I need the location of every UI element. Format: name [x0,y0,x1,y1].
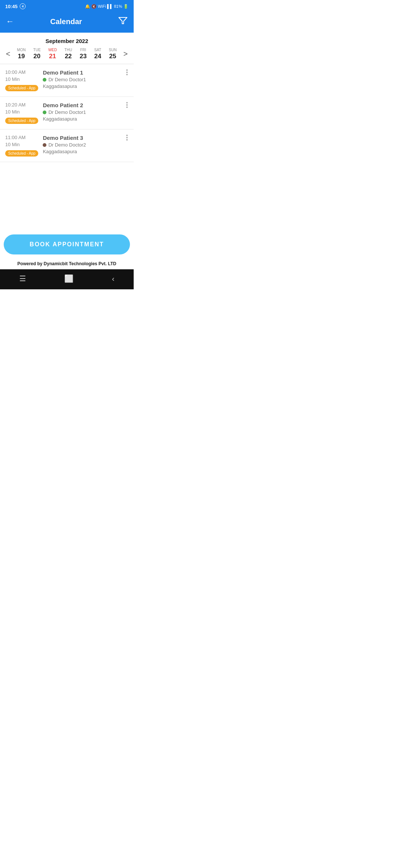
appt-patient-name: Demo Patient 2 [43,102,120,108]
appt-patient-name: Demo Patient 1 [43,69,120,76]
wifi-icon: WiFi [98,4,106,9]
week-days: MON19TUE20WED21THU22FRI23SAT24SUN25 [13,48,121,60]
menu-dot [126,135,128,136]
day-name: THU [65,48,72,52]
day-item-20[interactable]: TUE20 [33,48,41,60]
next-week-button[interactable]: > [120,48,131,60]
appointments-list: 10:00 AM10 MinScheduled - AppDemo Patien… [0,64,134,230]
doctor-status-dot [43,143,46,147]
status-icons: 🔔 🔇 WiFi ▌▌ 81% 🔋 [85,4,128,9]
day-name: MON [17,48,26,52]
page-title: Calendar [50,17,82,26]
appt-time: 10:00 AM [5,69,38,75]
day-item-22[interactable]: THU22 [65,48,72,60]
appt-time-block: 10:00 AM10 MinScheduled - App [5,69,38,91]
appt-time: 10:20 AM [5,102,38,108]
appointment-row[interactable]: 11:00 AM10 MinScheduled - AppDemo Patien… [0,129,134,162]
day-name: SAT [94,48,101,52]
day-item-24[interactable]: SAT24 [94,48,101,60]
appt-options-menu[interactable] [125,69,129,75]
appt-time: 11:00 AM [5,135,38,140]
menu-dot [126,137,128,138]
appt-location: Kaggadasapura [43,149,120,154]
signal-icon: ▌▌ [107,4,113,9]
day-number: 24 [94,53,101,60]
appt-info: Demo Patient 1Dr Demo Doctor1Kaggadasapu… [43,69,120,89]
appt-time-block: 11:00 AM10 MinScheduled - App [5,135,38,157]
doctor-status-dot [43,78,46,82]
notification-badge: 4 [20,3,26,9]
appointment-row[interactable]: 10:20 AM10 MinScheduled - AppDemo Patien… [0,97,134,129]
appt-doctor-row: Dr Demo Doctor1 [43,77,120,82]
footer-text: Powered by Dynamicbit Technologies Pvt. … [0,259,134,269]
appt-options-menu[interactable] [125,102,129,108]
prev-week-button[interactable]: < [3,48,13,60]
appt-status-badge: Scheduled - App [5,85,38,91]
status-bar: 10:45 4 🔔 🔇 WiFi ▌▌ 81% 🔋 [0,0,134,12]
alarm-icon: 🔔 [85,4,90,9]
day-number: 20 [33,53,40,60]
day-number: 21 [49,53,56,60]
back-button[interactable]: ← [6,17,14,26]
appt-patient-name: Demo Patient 3 [43,135,120,141]
nav-menu-icon[interactable]: ☰ [19,274,26,283]
week-strip: < MON19TUE20WED21THU22FRI23SAT24SUN25 > [0,48,134,64]
day-number: 22 [65,53,72,60]
menu-dot [126,104,128,106]
menu-dot [126,69,128,71]
nav-back-icon[interactable]: ‹ [112,274,115,283]
battery-text: 81% [114,4,122,9]
appt-duration: 10 Min [5,76,38,82]
day-name: SUN [109,48,117,52]
appt-duration: 10 Min [5,142,38,147]
menu-dot [126,106,128,108]
appt-doctor-name: Dr Demo Doctor1 [48,109,86,115]
day-number: 19 [18,53,25,60]
menu-dot [126,72,128,73]
menu-dot [126,74,128,75]
appt-doctor-row: Dr Demo Doctor2 [43,142,120,148]
month-label: September 2022 [0,33,134,48]
day-name: FRI [80,48,86,52]
appt-location: Kaggadasapura [43,116,120,122]
svg-marker-0 [119,17,127,24]
day-item-21[interactable]: WED21 [48,48,57,60]
appt-doctor-name: Dr Demo Doctor1 [48,77,86,82]
appt-info: Demo Patient 2Dr Demo Doctor1Kaggadasapu… [43,102,120,122]
day-item-25[interactable]: SUN25 [109,48,117,60]
menu-dot [126,102,128,103]
day-item-23[interactable]: FRI23 [79,48,87,60]
status-time-group: 10:45 4 [5,3,26,9]
appt-location: Kaggadasapura [43,83,120,89]
menu-dot [126,139,128,141]
status-time: 10:45 [5,4,17,9]
day-name: TUE [33,48,41,52]
filter-button[interactable] [118,16,128,27]
header: ← Calendar [0,12,134,33]
day-name: WED [48,48,57,52]
nav-home-icon[interactable]: ⬜ [64,274,74,283]
book-appointment-button[interactable]: BOOK APPOINTMENT [4,234,130,254]
bottom-navigation: ☰ ⬜ ‹ [0,269,134,289]
appt-options-menu[interactable] [125,135,129,141]
appt-doctor-row: Dr Demo Doctor1 [43,109,120,115]
mute-icon: 🔇 [91,4,97,9]
day-number: 23 [79,53,87,60]
appt-info: Demo Patient 3Dr Demo Doctor2Kaggadasapu… [43,135,120,154]
appointment-row[interactable]: 10:00 AM10 MinScheduled - AppDemo Patien… [0,64,134,97]
appt-status-badge: Scheduled - App [5,150,38,157]
appt-duration: 10 Min [5,109,38,115]
appt-doctor-name: Dr Demo Doctor2 [48,142,86,148]
book-button-wrap: BOOK APPOINTMENT [0,230,134,259]
appt-time-block: 10:20 AM10 MinScheduled - App [5,102,38,124]
day-item-19[interactable]: MON19 [17,48,26,60]
battery-icon: 🔋 [123,4,128,9]
day-number: 25 [109,53,116,60]
doctor-status-dot [43,111,46,114]
appt-status-badge: Scheduled - App [5,118,38,124]
